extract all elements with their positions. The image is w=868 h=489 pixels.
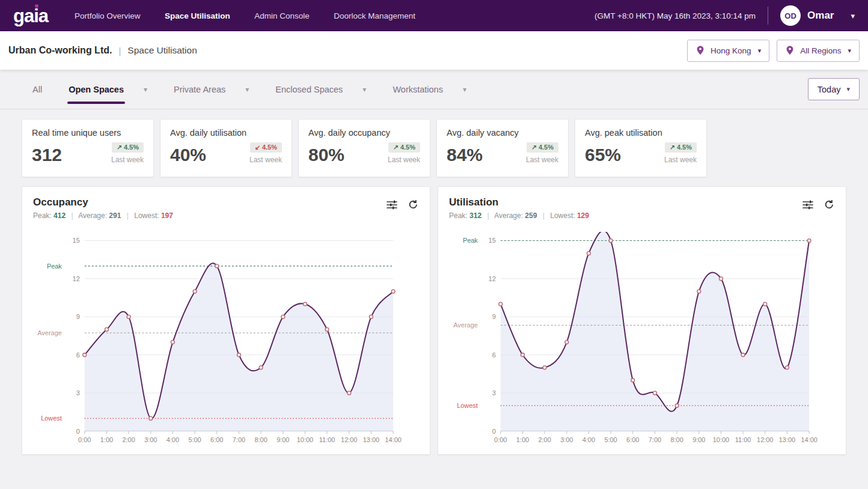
chevron-down-icon: ▾ [848, 47, 851, 55]
svg-text:14:00: 14:00 [801, 436, 817, 443]
svg-text:2:00: 2:00 [122, 436, 135, 443]
svg-text:12: 12 [73, 275, 80, 282]
kpi-period-label: Last week [249, 156, 282, 164]
average-stat-label: Average: [494, 211, 523, 220]
svg-text:12: 12 [489, 275, 496, 282]
svg-text:0:00: 0:00 [494, 436, 507, 443]
chevron-down-icon[interactable]: ▾ [362, 85, 366, 94]
svg-text:9:00: 9:00 [277, 436, 289, 443]
filter-sliders-icon[interactable] [386, 199, 398, 210]
svg-text:4:00: 4:00 [582, 436, 595, 443]
logo-dot [35, 4, 38, 8]
breadcrumb-separator: | [118, 46, 121, 56]
breadcrumb-company: Urban Co-working Ltd. [8, 45, 112, 56]
kpi-delta-badge: ↗4.5% [527, 142, 558, 153]
kpi-card-daily-occupancy: Avg. daily occupancy 80% ↗4.5% Last week [298, 119, 430, 177]
lowest-stat-label: Lowest: [550, 211, 575, 220]
tab-label: Enclosed Spaces [275, 70, 343, 109]
svg-text:4:00: 4:00 [167, 436, 179, 443]
svg-text:11:00: 11:00 [319, 436, 335, 443]
svg-text:10:00: 10:00 [713, 436, 729, 443]
tab-workstations[interactable]: Workstations ▾ [393, 70, 466, 109]
chevron-down-icon: ▾ [846, 85, 850, 93]
chevron-down-icon[interactable]: ▾ [245, 85, 249, 94]
kpi-period-label: Last week [526, 156, 558, 164]
svg-text:6: 6 [492, 351, 496, 359]
svg-text:9: 9 [76, 313, 80, 320]
svg-text:Peak: Peak [463, 237, 478, 244]
datetime-display: (GMT +8:0 HKT) May 16th 2023, 3:10:14 pm [594, 11, 756, 20]
tab-label: Open Spaces [69, 70, 124, 109]
stat-separator: | [71, 211, 73, 220]
user-avatar[interactable]: OD [780, 5, 801, 26]
svg-text:1:00: 1:00 [516, 436, 529, 443]
filter-sliders-icon[interactable] [802, 199, 814, 210]
kpi-delta: 4.5% [124, 144, 139, 151]
nav-item-doorlock-management[interactable]: Doorlock Management [334, 11, 415, 20]
region-selector-button[interactable]: All Regions ▾ [777, 40, 860, 62]
refresh-icon[interactable] [408, 199, 419, 210]
lowest-stat-label: Lowest: [134, 211, 159, 220]
occupancy-chart: 036912150:001:002:003:004:005:006:007:00… [33, 232, 419, 451]
peak-stat-label: Peak: [449, 211, 468, 220]
chart-card-occupancy: Occupancy Peak: 412 | Average: 291 | Low… [22, 186, 430, 455]
sub-header: Urban Co-working Ltd. | Space Utilisatio… [0, 31, 868, 70]
svg-text:13:00: 13:00 [363, 436, 379, 443]
nav-divider [768, 7, 768, 25]
chart-card-utilisation: Utilisation Peak: 312 | Average: 259 | L… [438, 186, 846, 455]
user-name[interactable]: Omar [807, 10, 834, 22]
svg-text:15: 15 [73, 237, 80, 244]
tab-all[interactable]: All [32, 70, 42, 109]
tab-enclosed-spaces[interactable]: Enclosed Spaces ▾ [275, 70, 366, 109]
svg-text:6:00: 6:00 [626, 436, 639, 443]
filter-tab-bar: All Open Spaces ▾ Private Areas ▾ Enclos… [0, 70, 868, 109]
svg-text:Lowest: Lowest [457, 402, 478, 409]
kpi-title: Avg. peak utilisation [585, 128, 697, 138]
nav-item-admin-console[interactable]: Admin Console [254, 11, 310, 20]
svg-text:0:00: 0:00 [78, 436, 91, 443]
refresh-icon[interactable] [824, 199, 835, 210]
chevron-down-icon[interactable]: ▾ [463, 85, 466, 94]
tab-private-areas[interactable]: Private Areas ▾ [174, 70, 249, 109]
svg-text:1:00: 1:00 [100, 436, 113, 443]
tab-label: All [32, 70, 42, 109]
kpi-period-label: Last week [664, 156, 697, 164]
svg-text:Lowest: Lowest [41, 415, 62, 422]
city-selector-button[interactable]: Hong Kong ▾ [687, 40, 769, 62]
svg-text:6:00: 6:00 [210, 436, 223, 443]
svg-text:12:00: 12:00 [757, 436, 773, 443]
svg-text:0: 0 [76, 428, 80, 435]
kpi-delta-badge: ↗4.5% [388, 142, 420, 153]
nav-item-space-utilisation[interactable]: Space Utilisation [165, 11, 230, 20]
svg-text:8:00: 8:00 [254, 436, 267, 443]
average-stat-value: 259 [525, 211, 537, 220]
svg-text:9: 9 [492, 313, 496, 320]
kpi-title: Avg. daily utilisation [170, 128, 282, 138]
svg-text:2:00: 2:00 [538, 436, 551, 443]
svg-text:3: 3 [492, 389, 496, 396]
trend-arrow-icon: ↙ [255, 144, 260, 151]
trend-arrow-icon: ↗ [393, 144, 399, 151]
stat-separator: | [127, 211, 129, 220]
svg-text:14:00: 14:00 [385, 436, 401, 443]
tab-label: Private Areas [174, 70, 225, 109]
svg-text:3:00: 3:00 [560, 436, 573, 443]
svg-text:6: 6 [76, 351, 80, 359]
chevron-down-icon[interactable]: ▾ [851, 11, 855, 20]
kpi-row: Real time unique users 312 ↗4.5% Last we… [22, 119, 846, 177]
svg-text:Average: Average [37, 329, 62, 336]
kpi-delta-badge: ↙4.5% [250, 142, 282, 153]
nav-item-portfolio-overview[interactable]: Portfolio Overview [75, 11, 141, 20]
kpi-card-daily-utilisation: Avg. daily utilisation 40% ↙4.5% Last we… [160, 119, 292, 177]
date-range-dropdown[interactable]: Today ▾ [808, 78, 860, 100]
svg-text:5:00: 5:00 [188, 436, 201, 443]
chart-title: Occupancy [33, 196, 173, 208]
brand-logo[interactable]: gaia [13, 7, 48, 25]
svg-text:11:00: 11:00 [735, 436, 751, 443]
kpi-period-label: Last week [111, 156, 144, 164]
chevron-down-icon[interactable]: ▾ [144, 85, 147, 94]
svg-text:3:00: 3:00 [144, 436, 157, 443]
trend-arrow-icon: ↗ [531, 144, 537, 151]
kpi-delta-badge: ↗4.5% [665, 142, 697, 153]
tab-open-spaces[interactable]: Open Spaces ▾ [69, 70, 147, 109]
